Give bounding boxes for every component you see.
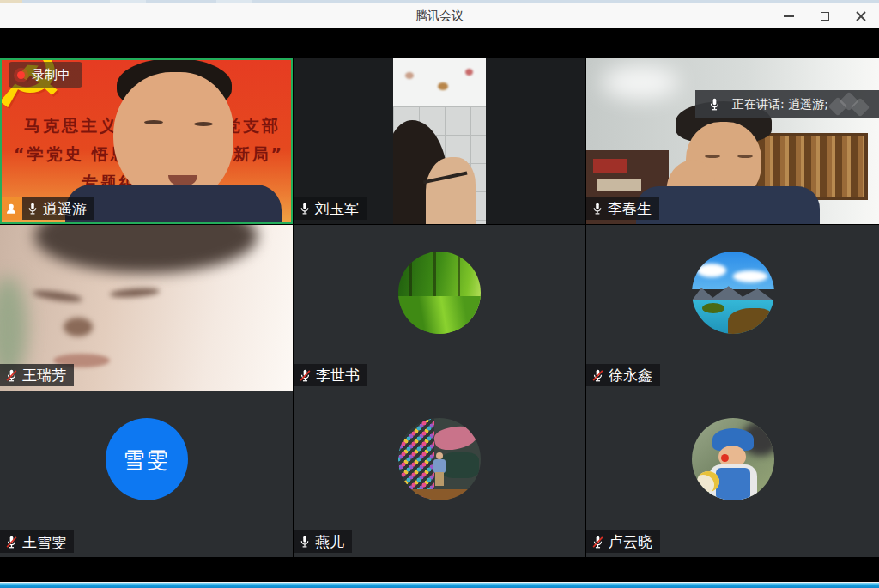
- minimize-icon: [784, 15, 794, 17]
- participant-name: 李春生: [608, 199, 652, 218]
- mic-muted-icon: [591, 535, 605, 549]
- face-paint-shape: [721, 454, 729, 462]
- host-badge: [0, 197, 22, 220]
- avatar-photo-lake: [692, 252, 774, 334]
- meeting-stage: ☭ 马克思主义学 党支部 “学党史 悟思 开新局” 专题组: [0, 28, 879, 582]
- avatar-initials-circle: 雪雯: [106, 418, 188, 500]
- toy-shape: [697, 471, 719, 492]
- participant-nameplate: 燕儿: [294, 530, 352, 553]
- participant-tile-wangruifang[interactable]: 王瑞芳: [0, 225, 293, 391]
- participant-tile-lishishu[interactable]: 李世书: [294, 225, 585, 391]
- participant-nameplate: 刘玉军: [294, 197, 367, 220]
- mic-on-icon: [298, 202, 312, 215]
- mic-on-icon: [26, 202, 39, 215]
- participant-nameplate: 李世书: [294, 364, 367, 386]
- book-shape: [593, 159, 627, 173]
- person-pants-shape: [435, 472, 444, 486]
- grass-shape: [398, 296, 481, 334]
- minimize-button[interactable]: [783, 10, 795, 22]
- eye-shape: [737, 155, 753, 158]
- participant-nameplate: 逍遥游: [0, 197, 94, 220]
- person-head-shape: [436, 452, 443, 459]
- mic-muted-icon: [4, 368, 19, 383]
- participant-name: 徐永鑫: [609, 366, 652, 385]
- mic-muted-icon: [4, 535, 19, 549]
- cloud-shape: [697, 264, 726, 277]
- title-bar[interactable]: 腾讯会议: [0, 3, 879, 28]
- window-controls: [783, 3, 867, 28]
- window-light-shape: [602, 65, 679, 100]
- trees-shape: [398, 252, 481, 300]
- participant-tile-yaner[interactable]: 燕儿: [294, 391, 585, 557]
- participant-name: 卢云晓: [609, 532, 652, 551]
- hair-shape: [34, 225, 258, 273]
- record-dot-icon: [17, 71, 25, 79]
- speaking-indicator-overlay: 正在讲话: 逍遥游;: [695, 90, 879, 118]
- participant-nameplate: 王瑞芳: [0, 364, 74, 386]
- tencent-meeting-window: 腾讯会议 ☭ 马克思主义学 党支部 “学党史 悟思: [0, 0, 879, 588]
- participant-tile-xuyongxin[interactable]: 徐永鑫: [586, 225, 879, 391]
- ceiling-decor: [465, 69, 473, 76]
- participant-tile-luyunxiao[interactable]: 卢云晓: [586, 391, 879, 557]
- close-icon: [856, 11, 866, 21]
- eye-shape: [144, 120, 163, 124]
- overalls-shape: [716, 468, 750, 500]
- participant-nameplate: 李春生: [586, 197, 659, 220]
- recording-badge: 录制中: [9, 62, 82, 88]
- nose-shape: [64, 318, 93, 336]
- mic-on-icon: [707, 97, 722, 112]
- participant-name: 刘玉军: [315, 199, 359, 218]
- avatar-photo-child: [692, 418, 774, 500]
- taskbar-edge-strip: [0, 582, 879, 588]
- cloud-shape: [733, 270, 767, 282]
- book-shape: [597, 179, 641, 191]
- graffiti-shape: [433, 422, 479, 453]
- mic-on-icon: [591, 202, 604, 215]
- participant-nameplate: 王雪雯: [0, 530, 74, 553]
- floor-shape: [398, 489, 481, 500]
- eyebrow-shape: [110, 287, 161, 299]
- mic-muted-icon: [591, 368, 605, 383]
- recording-label: 录制中: [32, 67, 70, 83]
- participant-tile-xiaoyaoyou[interactable]: ☭ 马克思主义学 党支部 “学党史 悟思 开新局” 专题组: [0, 58, 293, 224]
- shoulders-shape: [636, 186, 820, 224]
- ceiling-decor: [405, 72, 414, 79]
- participant-nameplate: 卢云晓: [586, 530, 660, 553]
- rocks-shape: [728, 308, 773, 334]
- window-title: 腾讯会议: [415, 9, 464, 24]
- avatar-photo-park: [398, 252, 481, 334]
- close-button[interactable]: [855, 10, 867, 22]
- mic-muted-icon: [298, 368, 312, 383]
- person-icon: [4, 202, 18, 215]
- mic-on-icon: [298, 535, 312, 549]
- eyebrow-shape: [33, 288, 83, 304]
- face-shape: [426, 157, 476, 224]
- tencent-meeting-watermark-icon: [829, 93, 874, 116]
- graffiti-shape: [441, 452, 479, 478]
- participant-tile-lichunsheng[interactable]: 正在讲话: 逍遥游; 李春生: [586, 58, 879, 224]
- participant-name: 王雪雯: [22, 532, 66, 551]
- participant-tile-liuyujun[interactable]: 刘玉军: [294, 58, 585, 224]
- participant-nameplate: 徐永鑫: [586, 364, 660, 386]
- maximize-icon: [821, 12, 829, 21]
- participant-tile-wangxuewen[interactable]: 雪雯 王雪雯: [0, 391, 293, 557]
- eye-shape: [705, 155, 720, 158]
- speaking-label: 正在讲话: 逍遥游;: [732, 97, 828, 112]
- avatar-photo-graffiti: [398, 418, 481, 500]
- shoulders-shape: [65, 185, 282, 224]
- person-shirt-shape: [433, 459, 446, 473]
- maximize-button[interactable]: [819, 10, 831, 22]
- participant-name: 燕儿: [315, 532, 344, 551]
- island-shape: [702, 303, 724, 313]
- ceiling-decor: [438, 82, 448, 90]
- eye-shape: [194, 122, 213, 126]
- participant-name: 李世书: [316, 366, 360, 385]
- participant-name: 王瑞芳: [22, 366, 66, 385]
- participant-name: 逍遥游: [43, 199, 87, 218]
- avatar-initials-text: 雪雯: [124, 446, 170, 474]
- portrait-video-strip: [393, 58, 486, 224]
- participant-grid: ☭ 马克思主义学 党支部 “学党史 悟思 开新局” 专题组: [0, 58, 879, 557]
